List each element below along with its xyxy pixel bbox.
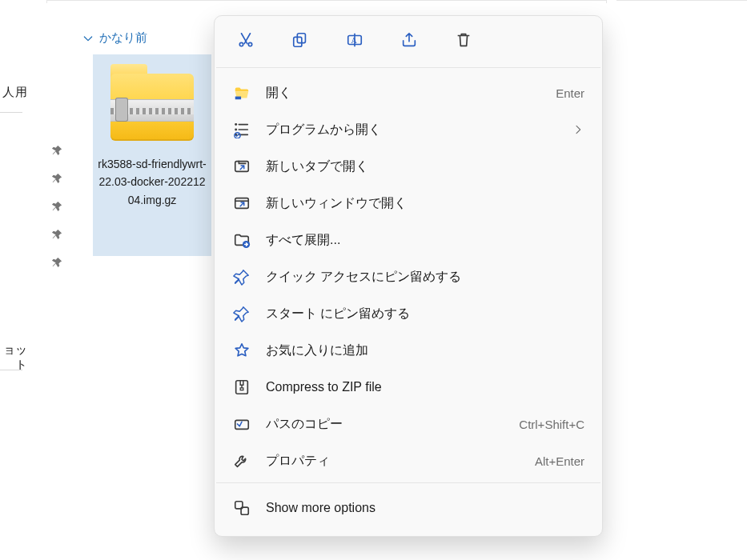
nav-sidebar-fragment: 人用 ョット <box>0 0 74 560</box>
menu-item-extract-all[interactable]: すべて展開... <box>218 222 599 258</box>
menu-item-open-window[interactable]: 新しいウィンドウで開く <box>218 185 599 222</box>
context-menu: 開く Enter プログラムから開く 新しいタブで開く 新しいウィンドウで開く … <box>214 15 603 537</box>
pin-icon <box>48 220 66 248</box>
accelerator-label: Enter <box>556 86 584 100</box>
delete-button[interactable] <box>450 27 477 53</box>
divider <box>216 67 600 68</box>
rename-button[interactable] <box>341 27 368 53</box>
pin-icon <box>48 136 66 164</box>
menu-item-label: お気に入りに追加 <box>266 342 584 359</box>
menu-item-label: すべて展開... <box>266 232 584 249</box>
accelerator-label: Ctrl+Shift+C <box>519 418 584 431</box>
star-icon <box>232 341 251 360</box>
menu-item-open-tab[interactable]: 新しいタブで開く <box>218 148 599 185</box>
pin-icon <box>48 164 66 192</box>
file-item-selected[interactable]: rk3588-sd-friendlywrt-22.03-docker-20221… <box>93 54 211 256</box>
menu-item-label: スタート にピン留めする <box>266 306 584 322</box>
group-header[interactable]: かなり前 <box>82 30 147 46</box>
menu-item-compress-zip[interactable]: Compress to ZIP file <box>218 369 599 406</box>
pin-icon <box>48 192 66 220</box>
more-icon <box>232 498 251 518</box>
chevron-down-icon <box>82 32 94 45</box>
list-icon <box>232 120 251 139</box>
right-panel-border <box>616 0 747 3</box>
menu-more-section: Show more options <box>215 485 602 528</box>
rename-icon <box>346 31 363 49</box>
menu-item-open[interactable]: 開く Enter <box>218 74 599 111</box>
zip-icon <box>232 378 251 397</box>
menu-item-label: Show more options <box>266 501 584 515</box>
menu-item-label: クイック アクセスにピン留めする <box>266 269 584 286</box>
pinned-items-top <box>48 136 66 276</box>
file-name-label: rk3588-sd-friendlywrt-22.03-docker-20221… <box>93 155 211 209</box>
zip-archive-icon <box>109 61 195 147</box>
wrench-icon <box>232 451 251 470</box>
menu-item-copy-path[interactable]: パスのコピー Ctrl+Shift+C <box>218 406 599 442</box>
new-tab-icon <box>232 157 251 176</box>
nav-label-screenshots: ョット <box>0 342 27 373</box>
new-window-icon <box>232 194 251 213</box>
open-folder-icon <box>232 83 251 102</box>
menu-item-open-with[interactable]: プログラムから開く <box>218 111 599 148</box>
menu-item-label: パスのコピー <box>266 416 504 433</box>
menu-item-pin-quick-access[interactable]: クイック アクセスにピン留めする <box>218 258 599 295</box>
quick-actions-row <box>215 16 602 66</box>
chevron-right-icon <box>572 123 584 136</box>
cut-button[interactable] <box>232 27 259 53</box>
menu-item-properties[interactable]: プロパティ Alt+Enter <box>218 442 599 479</box>
share-icon <box>400 31 418 49</box>
menu-item-pin-start[interactable]: スタート にピン留めする <box>218 295 599 332</box>
delete-icon <box>455 31 472 49</box>
divider <box>0 370 22 370</box>
cut-icon <box>237 31 255 49</box>
menu-item-list: 開く Enter プログラムから開く 新しいタブで開く 新しいウィンドウで開く … <box>215 70 602 481</box>
pin-icon <box>232 267 251 286</box>
menu-item-label: 新しいタブで開く <box>266 158 584 175</box>
copy-path-icon <box>232 414 251 434</box>
divider <box>216 482 600 483</box>
menu-item-label: 新しいウィンドウで開く <box>266 195 584 212</box>
group-label: かなり前 <box>99 30 147 46</box>
nav-label-personal: 人用 <box>0 85 28 100</box>
menu-item-label: 開く <box>266 85 541 102</box>
menu-item-favorite[interactable]: お気に入りに追加 <box>218 332 599 369</box>
share-button[interactable] <box>396 27 423 53</box>
menu-item-label: プロパティ <box>266 453 520 470</box>
content-top-border <box>46 0 607 3</box>
menu-item-label: プログラムから開く <box>266 122 557 138</box>
extract-icon <box>232 230 251 250</box>
copy-button[interactable] <box>287 27 314 53</box>
pin-icon <box>232 304 251 323</box>
menu-item-label: Compress to ZIP file <box>266 380 584 394</box>
copy-icon <box>291 31 309 49</box>
pin-icon <box>48 248 66 276</box>
menu-item-show-more[interactable]: Show more options <box>218 490 599 526</box>
accelerator-label: Alt+Enter <box>535 454 584 468</box>
divider <box>0 112 22 113</box>
